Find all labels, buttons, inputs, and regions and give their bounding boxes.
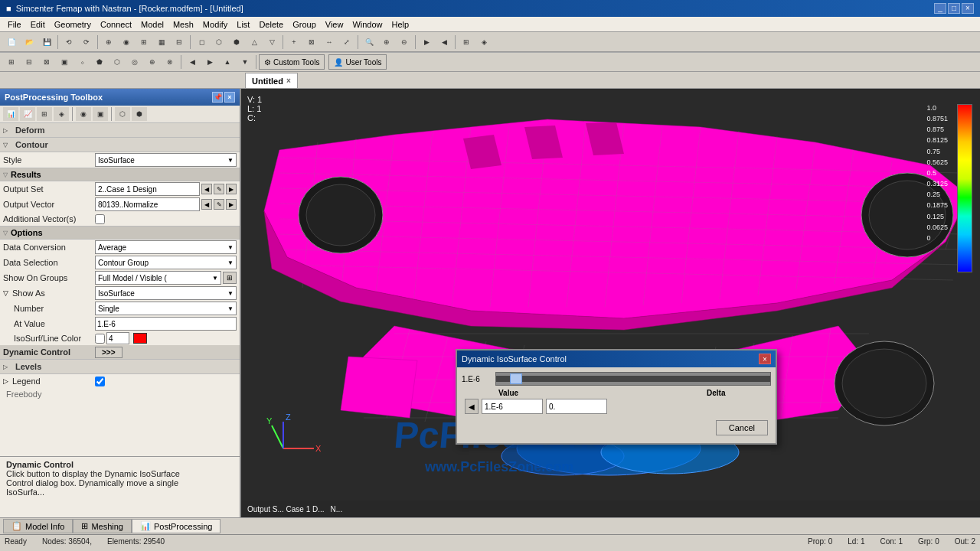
minimize-button[interactable]: _: [934, 3, 946, 14]
output-vector-dropdown[interactable]: 80139..Normalize: [95, 197, 200, 211]
toolbar2-btn-e[interactable]: ⬦: [74, 54, 90, 70]
dialog-delta-input[interactable]: [546, 399, 607, 414]
tab-untitled[interactable]: Untitled ×: [245, 73, 298, 88]
menu-connect[interactable]: Connect: [96, 18, 136, 31]
toolbar-btn-o[interactable]: ↔: [321, 34, 338, 51]
toolbar2-btn-k[interactable]: ◀: [184, 54, 201, 70]
toolbar2-btn-j[interactable]: ⊗: [162, 54, 178, 70]
menu-delete[interactable]: Delete: [254, 18, 288, 31]
show-as-dropdown[interactable]: IsoSurface ▼: [95, 286, 237, 300]
at-value-input[interactable]: [95, 317, 237, 331]
toolbar-btn-j[interactable]: ⬢: [228, 34, 245, 51]
toolbar-btn-h[interactable]: ◻: [193, 34, 210, 51]
levels-expand-icon[interactable]: ▷: [3, 364, 11, 370]
panel-icon-1[interactable]: 📊: [3, 107, 18, 121]
panel-close-button[interactable]: ×: [224, 92, 235, 103]
show-on-groups-edit[interactable]: ⊞: [223, 272, 237, 284]
toolbar2-btn-g[interactable]: ⬡: [109, 54, 126, 70]
toolbar2-btn-f[interactable]: ⬟: [91, 54, 108, 70]
toolbar-btn-m[interactable]: +: [286, 34, 302, 51]
isosurf-color-swatch[interactable]: [133, 333, 147, 344]
style-dropdown[interactable]: IsoSurface ▼: [95, 153, 237, 167]
bottom-tab-model-info[interactable]: 📋 Model Info: [3, 519, 73, 533]
toolbar-btn-v[interactable]: ◈: [475, 34, 492, 51]
dialog-value-input[interactable]: [482, 399, 543, 414]
toolbar-btn-i[interactable]: ⬡: [211, 34, 227, 51]
data-conversion-dropdown[interactable]: Average ▼: [95, 240, 237, 254]
toolbar-btn-d[interactable]: ◉: [118, 34, 135, 51]
menu-window[interactable]: Window: [348, 18, 387, 31]
output-set-next[interactable]: ▶: [226, 184, 237, 194]
toolbar2-btn-i[interactable]: ⊕: [144, 54, 161, 70]
toolbar2-btn-d[interactable]: ▣: [56, 54, 73, 70]
results-expand-icon[interactable]: ▽: [3, 171, 11, 178]
toolbar2-btn-l[interactable]: ▶: [201, 54, 218, 70]
dynamic-isosurface-dialog[interactable]: Dynamic IsoSurface Control × 1.E-6: [456, 349, 777, 445]
panel-icon-3[interactable]: ⊞: [37, 107, 52, 121]
toolbar-zoom[interactable]: 🔍: [361, 34, 377, 51]
toolbar-btn-n[interactable]: ⊠: [303, 34, 320, 51]
menu-geometry[interactable]: Geometry: [50, 18, 96, 31]
custom-tools-button[interactable]: ⚙ Custom Tools: [259, 54, 325, 70]
toolbar-btn-c[interactable]: ⊕: [100, 34, 117, 51]
panel-icon-5[interactable]: ◉: [76, 107, 91, 121]
output-vector-next[interactable]: ▶: [226, 199, 237, 210]
close-button[interactable]: ×: [962, 3, 974, 14]
show-on-groups-dropdown[interactable]: Full Model / Visible ( ▼: [95, 271, 221, 285]
panel-icon-2[interactable]: 📈: [20, 107, 35, 121]
contour-expand-icon[interactable]: ▽: [3, 142, 11, 148]
toolbar-btn-a[interactable]: ⟲: [60, 34, 77, 51]
menu-help[interactable]: Help: [387, 18, 414, 31]
data-selection-dropdown[interactable]: Contour Group ▼: [95, 256, 237, 269]
legend-checkbox[interactable]: [95, 377, 105, 386]
menu-list[interactable]: List: [232, 18, 254, 31]
show-as-expand[interactable]: ▽: [3, 289, 12, 297]
toolbar-save[interactable]: 💾: [38, 34, 55, 51]
toolbar2-btn-a[interactable]: ⊞: [3, 54, 20, 70]
toolbar-btn-q[interactable]: ⊕: [378, 34, 395, 51]
menu-modify[interactable]: Modify: [198, 18, 232, 31]
menu-edit[interactable]: Edit: [26, 18, 50, 31]
dynamic-control-button[interactable]: >>>: [95, 347, 122, 358]
toolbar-btn-s[interactable]: ▶: [418, 34, 435, 51]
output-set-edit[interactable]: ✎: [214, 184, 224, 194]
toolbar-btn-t[interactable]: ◀: [436, 34, 452, 51]
bottom-tab-meshing[interactable]: ⊞ Meshing: [73, 519, 132, 533]
output-vector-edit[interactable]: ✎: [214, 199, 224, 210]
maximize-button[interactable]: □: [948, 3, 960, 14]
panel-icon-6[interactable]: ▣: [93, 107, 108, 121]
toolbar2-btn-b[interactable]: ⊟: [21, 54, 38, 70]
panel-icon-4[interactable]: ◈: [54, 107, 69, 121]
dialog-cancel-button[interactable]: Cancel: [716, 420, 768, 435]
dialog-close-button[interactable]: ×: [759, 354, 771, 364]
options-expand-icon[interactable]: ▽: [3, 230, 11, 236]
dialog-value-prev[interactable]: ◀: [465, 399, 479, 414]
toolbar-btn-g[interactable]: ⊟: [171, 34, 188, 51]
toolbar-btn-l[interactable]: ▽: [263, 34, 280, 51]
toolbar2-btn-h[interactable]: ◎: [126, 54, 143, 70]
output-vector-prev[interactable]: ◀: [201, 199, 212, 210]
toolbar-new[interactable]: 📄: [3, 34, 20, 51]
isosurf-num-input[interactable]: [106, 332, 129, 344]
slider-thumb[interactable]: [510, 373, 522, 384]
toolbar-btn-u[interactable]: ⊞: [458, 34, 475, 51]
toolbar-btn-b[interactable]: ⟳: [78, 34, 95, 51]
legend-expand[interactable]: ▷: [3, 377, 12, 385]
menu-mesh[interactable]: Mesh: [168, 18, 198, 31]
additional-vectors-checkbox[interactable]: [95, 214, 105, 224]
tab-untitled-close[interactable]: ×: [286, 77, 291, 85]
toolbar-btn-k[interactable]: △: [246, 34, 263, 51]
bottom-tab-postprocessing[interactable]: 📊 PostProcessing: [132, 519, 220, 533]
panel-icon-7[interactable]: ⬡: [115, 107, 130, 121]
toolbar-open[interactable]: 📂: [21, 34, 38, 51]
panel-icon-8[interactable]: ⬢: [132, 107, 147, 121]
menu-file[interactable]: File: [3, 18, 26, 31]
output-set-prev[interactable]: ◀: [201, 184, 212, 194]
toolbar-btn-p[interactable]: ⤢: [338, 34, 355, 51]
viewport[interactable]: X Y Z V: 1 L: 1 C: 1.0 0.8751 0.875 0.81…: [241, 89, 980, 517]
output-set-dropdown[interactable]: 2..Case 1 Design: [95, 182, 200, 196]
toolbar-btn-e[interactable]: ⊞: [136, 34, 152, 51]
toolbar2-btn-n[interactable]: ▼: [237, 54, 253, 70]
menu-view[interactable]: View: [321, 18, 348, 31]
toolbar2-btn-c[interactable]: ⊠: [38, 54, 55, 70]
